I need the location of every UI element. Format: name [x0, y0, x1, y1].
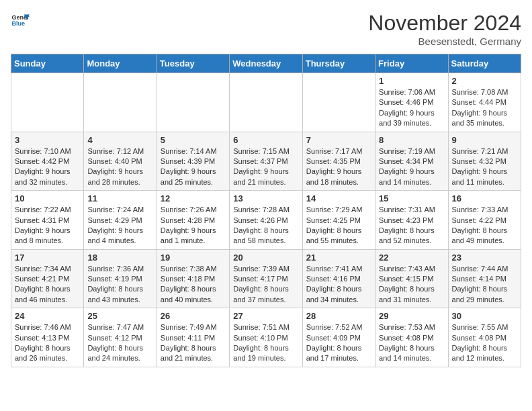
day-number: 29 [379, 311, 444, 321]
day-number: 11 [87, 193, 152, 203]
calendar-cell: 23Sunrise: 7:44 AM Sunset: 4:14 PM Dayli… [448, 249, 521, 308]
day-number: 5 [161, 135, 226, 145]
calendar-cell: 25Sunrise: 7:47 AM Sunset: 4:12 PM Dayli… [84, 308, 157, 367]
day-number: 23 [452, 253, 517, 263]
day-number: 30 [452, 311, 517, 321]
day-number: 24 [15, 311, 80, 321]
day-number: 4 [87, 135, 152, 145]
day-info: Sunrise: 7:29 AM Sunset: 4:25 PM Dayligh… [306, 205, 371, 246]
calendar-cell: 18Sunrise: 7:36 AM Sunset: 4:19 PM Dayli… [84, 249, 157, 308]
calendar-cell: 26Sunrise: 7:49 AM Sunset: 4:11 PM Dayli… [157, 308, 229, 367]
day-info: Sunrise: 7:38 AM Sunset: 4:18 PM Dayligh… [161, 264, 226, 306]
week-row-5: 24Sunrise: 7:46 AM Sunset: 4:13 PM Dayli… [11, 308, 521, 367]
title-area: November 2024 Beesenstedt, Germany [368, 11, 521, 47]
day-info: Sunrise: 7:53 AM Sunset: 4:08 PM Dayligh… [379, 322, 444, 364]
day-number: 14 [306, 193, 371, 203]
calendar-cell: 3Sunrise: 7:10 AM Sunset: 4:42 PM Daylig… [11, 132, 84, 191]
week-row-2: 3Sunrise: 7:10 AM Sunset: 4:42 PM Daylig… [11, 132, 521, 191]
calendar-cell: 9Sunrise: 7:21 AM Sunset: 4:32 PM Daylig… [448, 132, 521, 191]
day-info: Sunrise: 7:39 AM Sunset: 4:17 PM Dayligh… [233, 264, 298, 306]
week-row-3: 10Sunrise: 7:22 AM Sunset: 4:31 PM Dayli… [11, 191, 521, 250]
calendar-cell: 19Sunrise: 7:38 AM Sunset: 4:18 PM Dayli… [157, 249, 229, 308]
calendar-cell: 5Sunrise: 7:14 AM Sunset: 4:39 PM Daylig… [157, 132, 229, 191]
day-info: Sunrise: 7:55 AM Sunset: 4:08 PM Dayligh… [452, 322, 517, 364]
day-info: Sunrise: 7:15 AM Sunset: 4:37 PM Dayligh… [233, 146, 298, 188]
day-info: Sunrise: 7:08 AM Sunset: 4:44 PM Dayligh… [452, 87, 517, 129]
day-info: Sunrise: 7:14 AM Sunset: 4:39 PM Dayligh… [161, 146, 226, 188]
day-number: 15 [379, 193, 444, 203]
day-info: Sunrise: 7:36 AM Sunset: 4:19 PM Dayligh… [87, 264, 152, 306]
day-info: Sunrise: 7:21 AM Sunset: 4:32 PM Dayligh… [452, 146, 517, 188]
header-day-thursday: Thursday [302, 54, 375, 73]
day-number: 26 [161, 311, 226, 321]
day-info: Sunrise: 7:06 AM Sunset: 4:46 PM Dayligh… [379, 87, 444, 129]
day-info: Sunrise: 7:52 AM Sunset: 4:09 PM Dayligh… [306, 322, 371, 364]
calendar-cell: 27Sunrise: 7:51 AM Sunset: 4:10 PM Dayli… [230, 308, 302, 367]
day-number: 17 [15, 253, 80, 263]
calendar-cell: 1Sunrise: 7:06 AM Sunset: 4:46 PM Daylig… [375, 73, 448, 132]
day-info: Sunrise: 7:26 AM Sunset: 4:28 PM Dayligh… [161, 205, 226, 246]
calendar-cell: 6Sunrise: 7:15 AM Sunset: 4:37 PM Daylig… [230, 132, 302, 191]
day-info: Sunrise: 7:49 AM Sunset: 4:11 PM Dayligh… [161, 322, 226, 364]
calendar-cell [11, 73, 84, 132]
header-day-wednesday: Wednesday [230, 54, 302, 73]
day-info: Sunrise: 7:10 AM Sunset: 4:42 PM Dayligh… [15, 146, 80, 188]
day-number: 25 [87, 311, 152, 321]
calendar-cell: 28Sunrise: 7:52 AM Sunset: 4:09 PM Dayli… [302, 308, 375, 367]
day-info: Sunrise: 7:33 AM Sunset: 4:22 PM Dayligh… [452, 205, 517, 246]
calendar-cell: 16Sunrise: 7:33 AM Sunset: 4:22 PM Dayli… [448, 191, 521, 250]
day-info: Sunrise: 7:41 AM Sunset: 4:16 PM Dayligh… [306, 264, 371, 306]
day-number: 12 [161, 193, 226, 203]
days-header-row: SundayMondayTuesdayWednesdayThursdayFrid… [11, 54, 521, 73]
day-info: Sunrise: 7:51 AM Sunset: 4:10 PM Dayligh… [233, 322, 298, 364]
day-info: Sunrise: 7:44 AM Sunset: 4:14 PM Dayligh… [452, 264, 517, 306]
day-number: 28 [306, 311, 371, 321]
calendar-cell: 15Sunrise: 7:31 AM Sunset: 4:23 PM Dayli… [375, 191, 448, 250]
calendar-cell: 22Sunrise: 7:43 AM Sunset: 4:15 PM Dayli… [375, 249, 448, 308]
header-day-sunday: Sunday [11, 54, 84, 73]
header: General Blue November 2024 Beesenstedt, … [11, 11, 521, 47]
day-number: 20 [233, 253, 298, 263]
week-row-1: 1Sunrise: 7:06 AM Sunset: 4:46 PM Daylig… [11, 73, 521, 132]
week-row-4: 17Sunrise: 7:34 AM Sunset: 4:21 PM Dayli… [11, 249, 521, 308]
day-info: Sunrise: 7:17 AM Sunset: 4:35 PM Dayligh… [306, 146, 371, 188]
day-number: 1 [379, 76, 444, 86]
day-number: 8 [379, 135, 444, 145]
day-info: Sunrise: 7:34 AM Sunset: 4:21 PM Dayligh… [15, 264, 80, 306]
calendar-cell: 20Sunrise: 7:39 AM Sunset: 4:17 PM Dayli… [230, 249, 302, 308]
calendar-cell: 7Sunrise: 7:17 AM Sunset: 4:35 PM Daylig… [302, 132, 375, 191]
day-info: Sunrise: 7:22 AM Sunset: 4:31 PM Dayligh… [15, 205, 80, 246]
header-day-friday: Friday [375, 54, 448, 73]
calendar-cell: 17Sunrise: 7:34 AM Sunset: 4:21 PM Dayli… [11, 249, 84, 308]
day-number: 7 [306, 135, 371, 145]
calendar-cell: 24Sunrise: 7:46 AM Sunset: 4:13 PM Dayli… [11, 308, 84, 367]
day-number: 2 [452, 76, 517, 86]
day-number: 19 [161, 253, 226, 263]
calendar-cell: 12Sunrise: 7:26 AM Sunset: 4:28 PM Dayli… [157, 191, 229, 250]
day-number: 9 [452, 135, 517, 145]
logo-icon: General Blue [11, 11, 30, 30]
logo: General Blue [11, 11, 30, 30]
day-number: 6 [233, 135, 298, 145]
day-info: Sunrise: 7:12 AM Sunset: 4:40 PM Dayligh… [87, 146, 152, 188]
day-info: Sunrise: 7:46 AM Sunset: 4:13 PM Dayligh… [15, 322, 80, 364]
calendar-table: SundayMondayTuesdayWednesdayThursdayFrid… [11, 54, 521, 367]
calendar-cell [230, 73, 302, 132]
day-number: 16 [452, 193, 517, 203]
day-info: Sunrise: 7:19 AM Sunset: 4:34 PM Dayligh… [379, 146, 444, 188]
calendar-cell: 21Sunrise: 7:41 AM Sunset: 4:16 PM Dayli… [302, 249, 375, 308]
calendar-cell: 2Sunrise: 7:08 AM Sunset: 4:44 PM Daylig… [448, 73, 521, 132]
location-title: Beesenstedt, Germany [368, 36, 521, 47]
day-number: 3 [15, 135, 80, 145]
calendar-cell: 10Sunrise: 7:22 AM Sunset: 4:31 PM Dayli… [11, 191, 84, 250]
day-info: Sunrise: 7:47 AM Sunset: 4:12 PM Dayligh… [87, 322, 152, 364]
day-number: 18 [87, 253, 152, 263]
day-number: 27 [233, 311, 298, 321]
svg-text:Blue: Blue [11, 20, 25, 27]
month-title: November 2024 [368, 11, 521, 36]
calendar-cell: 11Sunrise: 7:24 AM Sunset: 4:29 PM Dayli… [84, 191, 157, 250]
day-info: Sunrise: 7:43 AM Sunset: 4:15 PM Dayligh… [379, 264, 444, 306]
header-day-saturday: Saturday [448, 54, 521, 73]
calendar-cell [302, 73, 375, 132]
day-number: 10 [15, 193, 80, 203]
